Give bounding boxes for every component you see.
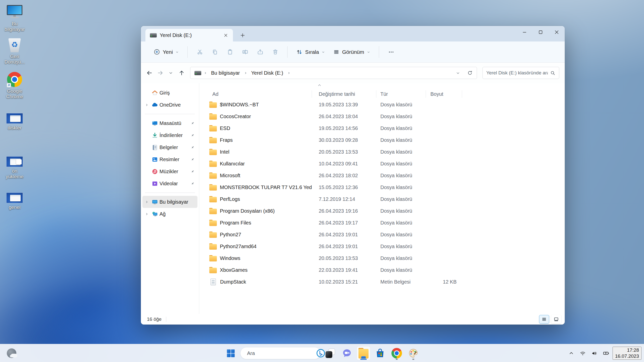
column-header-size[interactable]: Boyut (426, 90, 462, 98)
shortcut-arrow-icon (7, 83, 11, 87)
battery-button[interactable] (601, 348, 611, 359)
breadcrumb-this-pc[interactable]: Bu bilgisayar (210, 69, 242, 77)
search-input[interactable] (486, 70, 548, 76)
desktop-icon-google-chrome[interactable]: Google Chrome (3, 72, 27, 100)
sidebar-item-pictures[interactable]: Resimler (142, 153, 197, 165)
new-tab-button[interactable] (237, 30, 248, 40)
file-row[interactable]: Program Dosyaları (x86) 26.04.2023 19:16… (199, 205, 565, 217)
more-options-button[interactable] (386, 47, 397, 58)
share-button[interactable] (255, 47, 266, 58)
sidebar-item-onedrive[interactable]: OneDrive (142, 99, 197, 111)
ellipsis-icon (388, 49, 394, 55)
sidebar-item-documents[interactable]: Belgeler (142, 141, 197, 153)
chevron-right-icon[interactable] (143, 212, 150, 216)
file-row[interactable]: CocosCreator 26.04.2023 18:04 Dosya klas… (199, 111, 565, 122)
chat-button[interactable] (340, 346, 354, 360)
volume-button[interactable] (589, 348, 599, 359)
sidebar-item-this-pc[interactable]: Bu bilgisayar (142, 196, 197, 208)
screenshot-thumbnail-icon (6, 193, 23, 203)
file-type: Dosya klasörü (376, 220, 426, 226)
file-row[interactable]: MONSTERBOOK TULPAR T7 V21.6 Yedeklemesi … (199, 182, 565, 193)
taskbar: 17:28 16.07.2023 (0, 344, 644, 362)
file-row[interactable]: XboxGames 22.03.2023 19:41 Dosya klasörü (199, 264, 565, 276)
breadcrumb-local-disk-e[interactable]: Yerel Disk (E:) (250, 69, 285, 77)
sidebar-item-network[interactable]: Ağ (142, 208, 197, 220)
sort-ascending-indicator[interactable] (317, 84, 321, 87)
sidebar-item-downloads[interactable]: İndirilenler (142, 129, 197, 141)
file-row[interactable]: Program Files 26.04.2023 19:17 Dosya kla… (199, 217, 565, 229)
search-box[interactable] (482, 67, 559, 79)
sidebar-item-videos[interactable]: Videolar (142, 177, 197, 190)
desktop-icon-on-yukleme[interactable]: ön yükleme (3, 156, 27, 179)
sidebar-item-desktop[interactable]: Masaüstü (142, 117, 197, 129)
file-name: Python27amd64 (220, 244, 257, 249)
taskbar-search-input[interactable] (247, 350, 314, 356)
large-icons-view-icon (553, 316, 559, 322)
file-row[interactable]: Fraps 30.03.2023 09:28 Dosya klasörü (199, 134, 565, 146)
chevron-right-icon[interactable] (143, 200, 150, 204)
cut-button[interactable] (194, 47, 205, 58)
desktop-icon-recycle-bin[interactable]: ♻ Geri Dönüşü... (3, 37, 27, 65)
rename-button[interactable] (239, 47, 251, 58)
recent-locations-button[interactable] (166, 67, 176, 78)
view-button[interactable]: Görünüm (330, 46, 374, 58)
close-window-button[interactable] (549, 26, 565, 38)
tray-overflow-button[interactable] (566, 348, 576, 359)
task-view-button[interactable] (323, 346, 337, 360)
forward-button[interactable] (156, 67, 165, 78)
file-row[interactable]: PerfLogs 7.12.2019 12:14 Dosya klasörü (199, 193, 565, 205)
copy-button[interactable] (209, 47, 220, 58)
new-button[interactable]: Yeni (150, 46, 182, 58)
column-header-type[interactable]: Tür (376, 90, 426, 98)
file-row[interactable]: ESD 19.05.2023 14:56 Dosya klasörü (199, 122, 565, 134)
this-pc-icon (151, 199, 158, 205)
sort-button[interactable]: Sırala (293, 46, 329, 58)
paint-button[interactable] (406, 346, 420, 360)
address-dropdown-button[interactable] (453, 68, 463, 78)
start-button[interactable] (224, 346, 238, 360)
sidebar-item-home[interactable]: Giriş (142, 87, 197, 99)
clock[interactable]: 17:28 16.07.2023 (613, 347, 641, 360)
file-row[interactable]: Python27 26.04.2023 19:01 Dosya klasörü (199, 229, 565, 241)
file-type: Dosya klasörü (376, 208, 426, 214)
file-row[interactable]: Python27amd64 26.04.2023 19:01 Dosya kla… (199, 241, 565, 252)
column-header-name[interactable]: Ad (199, 90, 312, 98)
address-bar[interactable]: Bu bilgisayar Yerel Disk (E:) (190, 67, 477, 79)
tab-close-button[interactable] (221, 31, 230, 39)
taskbar-search-box[interactable] (240, 347, 321, 359)
maximize-button[interactable] (533, 26, 549, 38)
navigation-bar: Bu bilgisayar Yerel Disk (E:) (141, 63, 565, 83)
column-header-date-modified[interactable]: Değiştirme tarihi (312, 90, 376, 98)
explorer-tab[interactable]: Yerel Disk (E:) (145, 29, 233, 41)
file-row[interactable]: DumpStack 10.02.2023 15:21 Metin Belgesi… (199, 276, 565, 288)
file-row[interactable]: $WINDOWS.~BT 19.05.2023 13:39 Dosya klas… (199, 99, 565, 111)
widgets-weather-button[interactable] (5, 346, 19, 360)
desktop-icon-diskler[interactable]: diskler (3, 113, 27, 131)
file-row[interactable]: Intel 20.05.2023 13:53 Dosya klasörü (199, 146, 565, 158)
file-row[interactable]: Windows 20.05.2023 13:53 Dosya klasörü (199, 252, 565, 264)
microsoft-store-button[interactable] (373, 346, 387, 360)
file-row[interactable]: Microsoft 26.04.2023 18:02 Dosya klasörü (199, 170, 565, 182)
file-type: Dosya klasörü (376, 114, 426, 119)
file-type: Dosya klasörü (376, 173, 426, 178)
folder-icon (209, 137, 217, 143)
chevron-right-icon[interactable] (143, 103, 150, 107)
desktop-icon-this-pc[interactable]: Bu bilgisayar (3, 5, 27, 32)
back-button[interactable] (145, 67, 154, 78)
sort-arrows-icon (296, 49, 303, 55)
desktop-icon-genel[interactable]: genel (3, 193, 27, 210)
large-icons-view-toggle[interactable] (551, 315, 561, 324)
chrome-button[interactable] (390, 346, 404, 360)
sidebar-item-music[interactable]: Müzikler (142, 165, 197, 177)
details-view-toggle[interactable] (539, 315, 549, 324)
up-button[interactable] (177, 67, 186, 78)
file-row[interactable]: Kullanıcılar 10.04.2023 09:41 Dosya klas… (199, 158, 565, 170)
paste-button[interactable] (224, 47, 235, 58)
refresh-button[interactable] (465, 68, 475, 78)
minimize-button[interactable] (516, 26, 533, 38)
file-explorer-button[interactable] (356, 346, 371, 360)
delete-button[interactable] (270, 47, 281, 58)
share-icon (257, 49, 264, 55)
new-button-label: Yeni (163, 49, 173, 55)
wifi-button[interactable] (578, 348, 588, 359)
